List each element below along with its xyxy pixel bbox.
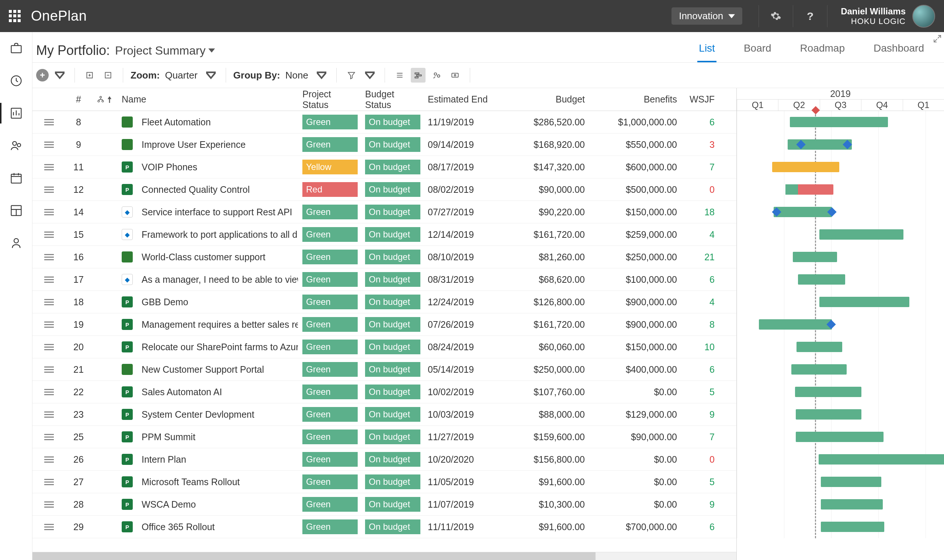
gantt-pane[interactable]: 2019 Q1Q2Q3Q4Q1 [737, 88, 944, 560]
user-block[interactable]: Daniel Williams HOKU LOGIC [841, 6, 906, 26]
table-row[interactable]: 28WSCA DemoGreenOn budget11/07/2019$10,3… [32, 493, 736, 516]
gantt-bar[interactable] [819, 229, 904, 240]
zoom-dropdown[interactable] [203, 68, 218, 83]
gantt-bar[interactable] [772, 162, 839, 172]
expand-all-button[interactable] [82, 68, 97, 83]
apps-launcher-icon[interactable] [9, 10, 22, 23]
avatar[interactable] [912, 5, 935, 28]
row-menu-icon[interactable] [44, 366, 54, 373]
table-row[interactable]: 14◆Service interface to support Rest API… [32, 201, 736, 223]
row-menu-icon[interactable] [44, 322, 54, 328]
filter-dropdown[interactable] [362, 68, 377, 83]
row-menu-icon[interactable] [44, 299, 54, 305]
row-menu-icon[interactable] [44, 524, 54, 530]
col-benefits[interactable]: Benefits [589, 94, 681, 105]
col-tree[interactable] [91, 95, 117, 104]
table-row[interactable]: 17◆As a manager, I need to be able to vi… [32, 268, 736, 291]
nav-calendar-icon[interactable] [9, 171, 24, 185]
gantt-bar[interactable] [819, 297, 909, 307]
row-menu-icon[interactable] [44, 277, 54, 283]
col-name[interactable]: Name [117, 94, 298, 105]
col-wsjf[interactable]: WSJF [681, 94, 726, 105]
nav-chart-icon[interactable] [9, 106, 24, 120]
view-cost-icon[interactable] [448, 68, 462, 83]
gantt-bar[interactable] [790, 117, 888, 127]
tab-roadmap[interactable]: Roadmap [799, 39, 846, 62]
settings-icon[interactable] [768, 11, 783, 22]
gantt-bar[interactable] [796, 409, 861, 420]
row-menu-icon[interactable] [44, 142, 54, 148]
gantt-bar[interactable] [774, 207, 832, 217]
col-num[interactable]: # [66, 94, 91, 105]
col-budget-status[interactable]: Budget Status [360, 89, 423, 110]
table-row[interactable]: 9Improve User ExperienceGreenOn budget09… [32, 134, 736, 156]
group-value[interactable]: None [285, 70, 308, 81]
row-menu-icon[interactable] [44, 164, 54, 170]
table-row[interactable]: 29Office 365 RolloutGreenOn budget11/11/… [32, 516, 736, 538]
gantt-bar[interactable] [798, 274, 845, 285]
nav-briefcase-icon[interactable] [9, 41, 24, 56]
row-menu-icon[interactable] [44, 344, 54, 350]
view-picker[interactable]: Project Summary [115, 44, 215, 57]
workspace-picker[interactable]: Innovation [671, 8, 742, 25]
gantt-bar[interactable] [796, 342, 842, 352]
gantt-bar[interactable] [819, 454, 944, 465]
gantt-bar[interactable] [821, 477, 881, 487]
table-row[interactable]: 26Intern PlanGreenOn budget10/20/2020$15… [32, 448, 736, 471]
nav-clock-icon[interactable] [9, 73, 24, 88]
row-menu-icon[interactable] [44, 479, 54, 485]
nav-profile-icon[interactable] [9, 235, 24, 250]
nav-layout-icon[interactable] [9, 203, 24, 218]
row-menu-icon[interactable] [44, 209, 54, 215]
table-row[interactable]: 8Fleet AutomationGreenOn budget11/19/201… [32, 111, 736, 134]
gantt-bar[interactable] [796, 432, 884, 442]
row-menu-icon[interactable] [44, 502, 54, 508]
expand-icon[interactable] [933, 34, 942, 43]
gantt-bar[interactable] [759, 319, 832, 329]
row-menu-icon[interactable] [44, 119, 54, 125]
gantt-bar[interactable] [821, 522, 884, 532]
row-menu-icon[interactable] [44, 232, 54, 238]
row-menu-icon[interactable] [44, 389, 54, 395]
table-row[interactable]: 11VOIP PhonesYellowOn budget08/17/2019$1… [32, 156, 736, 178]
view-resource-icon[interactable] [429, 68, 444, 83]
col-estimated-end[interactable]: Estimated End [423, 94, 497, 105]
help-icon[interactable]: ? [803, 10, 818, 23]
gantt-bar[interactable] [821, 499, 883, 509]
table-row[interactable]: 25PPM SummitGreenOn budget11/27/2019$159… [32, 426, 736, 448]
filter-icon[interactable] [344, 68, 359, 83]
row-menu-icon[interactable] [44, 434, 54, 440]
gantt-bar[interactable] [795, 387, 861, 397]
tab-dashboard[interactable]: Dashboard [872, 39, 926, 62]
table-row[interactable]: 18GBB DemoGreenOn budget12/24/2019$126,8… [32, 291, 736, 313]
zoom-value[interactable]: Quarter [165, 70, 197, 81]
row-menu-icon[interactable] [44, 186, 54, 193]
group-dropdown[interactable] [314, 68, 329, 83]
grid-horizontal-scroll[interactable] [32, 552, 736, 560]
table-row[interactable]: 19Management requires a better sales rep… [32, 313, 736, 336]
col-budget[interactable]: Budget [497, 94, 589, 105]
table-row[interactable]: 21New Customer Support PortalGreenOn bud… [32, 358, 736, 381]
view-gantt-icon[interactable] [411, 68, 425, 83]
nav-people-icon[interactable] [9, 138, 24, 153]
table-row[interactable]: 16World-Class customer supportGreenOn bu… [32, 246, 736, 268]
row-menu-icon[interactable] [44, 456, 54, 463]
col-project-status[interactable]: Project Status [298, 89, 360, 110]
row-menu-icon[interactable] [44, 254, 54, 260]
gantt-bar[interactable] [785, 184, 833, 195]
table-row[interactable]: 23System Center DevlopmentGreenOn budget… [32, 403, 736, 426]
gantt-bar[interactable] [792, 364, 847, 375]
table-row[interactable]: 22Sales Automaton AIGreenOn budget10/02/… [32, 381, 736, 403]
table-row[interactable]: 27Microsoft Teams RolloutGreenOn budget1… [32, 471, 736, 493]
tab-list[interactable]: List [697, 39, 716, 62]
collapse-all-button[interactable] [101, 68, 115, 83]
table-row[interactable]: 15◆Framework to port applications to all… [32, 223, 736, 246]
table-row[interactable]: 20Relocate our SharePoint farms to Azure… [32, 336, 736, 358]
row-menu-icon[interactable] [44, 411, 54, 418]
tab-board[interactable]: Board [742, 39, 773, 62]
view-list-icon[interactable] [392, 68, 407, 83]
table-row[interactable]: 12Connected Quality ControlRedOn budget0… [32, 178, 736, 201]
add-dropdown[interactable] [52, 68, 67, 83]
gantt-bar[interactable] [793, 252, 837, 262]
add-button[interactable]: + [36, 69, 49, 82]
